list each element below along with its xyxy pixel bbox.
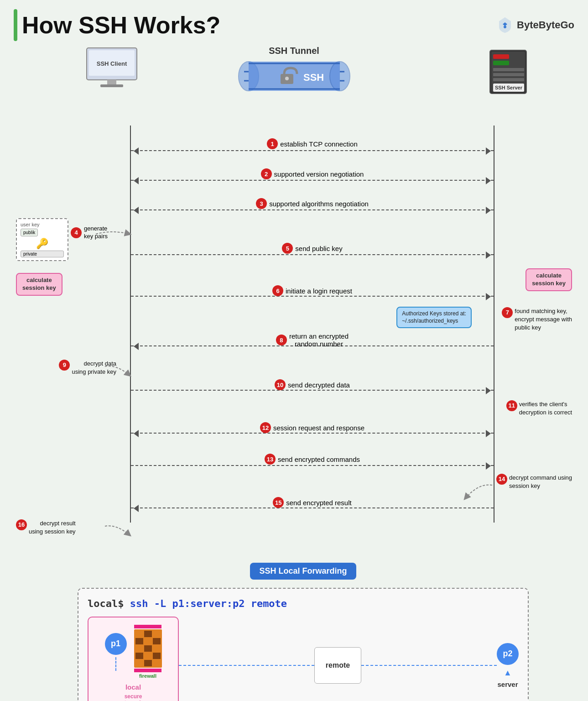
firewall-grid — [134, 629, 162, 668]
label-11: 11 verifies the client'sdecryption is co… — [506, 400, 572, 417]
session-key-right: calculatesession key — [526, 268, 572, 291]
step-7-8: 7 found matching key,encrypt message wit… — [14, 305, 574, 357]
badge-1: 1 — [267, 138, 278, 149]
svg-rect-4 — [107, 80, 116, 84]
tunnel-svg: SSH — [235, 58, 354, 94]
badge-5: 5 — [282, 243, 293, 254]
text-8: return an encryptedrandom number — [289, 332, 349, 348]
badge-4: 4 — [71, 227, 82, 238]
step-2: 2 supported version negotiation — [14, 157, 574, 186]
badge-8: 8 — [276, 335, 287, 345]
label-1: 1 establish TCP connection — [131, 138, 494, 149]
svg-point-16 — [285, 77, 289, 80]
label-13: 13 send encrypted commands — [131, 454, 494, 465]
arrow-9-curved — [103, 362, 132, 380]
badge-2: 2 — [261, 168, 272, 179]
server-svg: SSH Server — [488, 48, 529, 98]
step-3: 3 supported algorithms negotiation — [14, 186, 574, 216]
text-3: supported algorithms negotiation — [269, 200, 369, 208]
computer-icon: SSH Client — [84, 46, 139, 89]
step-9-10: 9 decrypt datausing private key 10 send … — [14, 357, 574, 398]
text-12: session request and response — [273, 424, 364, 432]
p1-circle: p1 — [105, 633, 127, 655]
pink-bar-top — [134, 625, 161, 628]
badge-14: 14 — [496, 474, 507, 485]
arrow-2 — [131, 180, 494, 181]
pink-bar-bottom — [134, 669, 161, 672]
step-13: 13 send encrypted commands — [14, 442, 574, 471]
svg-text:SSH Server: SSH Server — [495, 85, 523, 90]
arrow-5 — [131, 254, 494, 255]
session-key-left: calculatesession key — [16, 273, 62, 296]
svg-point-0 — [504, 26, 506, 28]
green-accent-bar — [14, 9, 17, 41]
server-icon-area: SSH Server — [488, 48, 529, 98]
badge-10: 10 — [275, 379, 286, 390]
up-arrow: ▲ — [504, 669, 512, 677]
firewall-visual: firewall — [134, 625, 162, 679]
p1-dashed-line — [115, 657, 116, 671]
badge-12: 12 — [260, 422, 271, 433]
step-16: 16 decrypt resultusing session key — [14, 517, 574, 549]
text-7: found matching key,encrypt message withp… — [515, 307, 572, 332]
svg-rect-21 — [493, 61, 509, 65]
secure-tunnel-label: securetunnel — [125, 693, 142, 701]
label-12: 12 session request and response — [131, 422, 494, 433]
step-6: calculatesession key calculatesession ke… — [14, 266, 574, 305]
svg-text:SSH Client: SSH Client — [97, 60, 127, 67]
arrow-16-curved — [103, 522, 132, 540]
text-6: initiate a login request — [286, 287, 352, 295]
label-14: 14 decrypt command usingsession key — [496, 474, 572, 490]
arrow-3 — [131, 209, 494, 210]
authorized-keys: Authorized Keys stored at:~/.ssh/authori… — [396, 307, 472, 328]
remote-label: remote — [326, 661, 350, 669]
line-to-remote — [179, 665, 314, 666]
session-key-right-box: calculatesession key — [526, 268, 572, 291]
step-14-15: 14 decrypt command usingsession key 15 s… — [14, 471, 574, 517]
top-diagram: SSH Client SSH Tunnel — [14, 46, 574, 126]
badge-11: 11 — [506, 400, 517, 411]
publik-label: publik — [21, 229, 38, 236]
keypairs-box: user key publik 🔑 private — [16, 218, 68, 261]
text-5: send public key — [295, 245, 342, 252]
local-label: local — [125, 683, 141, 691]
remote-box: remote — [314, 647, 361, 684]
logo-area: ByteByteGo — [497, 17, 574, 33]
firewall-label: firewall — [134, 673, 162, 679]
text-10: send decrypted data — [288, 381, 350, 389]
page: How SSH Works? ByteByteGo SSH Client — [0, 0, 588, 701]
client-icon-area: SSH Client — [84, 46, 139, 89]
text-2: supported version negotiation — [274, 170, 364, 178]
label-10: 10 send decrypted data — [131, 379, 494, 390]
forwarding-title-area: SSH Local Forwarding — [78, 563, 529, 584]
badge-7: 7 — [502, 307, 513, 318]
badge-9: 9 — [59, 360, 70, 371]
label-5: 5 send public key — [131, 243, 494, 254]
local-section: p1 — [88, 617, 179, 701]
header: How SSH Works? ByteByteGo — [14, 9, 574, 41]
key-icon: 🔑 — [21, 238, 64, 250]
server-label-fw: server — [497, 680, 518, 688]
p1-label: p1 — [111, 639, 120, 649]
svg-text:SSH: SSH — [303, 72, 324, 83]
sequence-diagram: 1 establish TCP connection 2 supported v… — [14, 126, 574, 558]
p1-area: p1 — [105, 633, 127, 671]
local-inner: p1 — [105, 625, 162, 679]
label-2: 2 supported version negotiation — [131, 168, 494, 179]
title-area: How SSH Works? — [14, 9, 220, 41]
svg-rect-23 — [493, 73, 524, 76]
bytebygo-logo-icon — [497, 17, 513, 33]
svg-rect-24 — [493, 78, 524, 81]
arrow-1 — [131, 150, 494, 151]
step-11-12: 11 verifies the client'sdecryption is co… — [14, 398, 574, 442]
svg-point-8 — [330, 62, 350, 91]
label-3: 3 supported algorithms negotiation — [131, 198, 494, 209]
forwarding-diagram: p1 — [88, 617, 519, 701]
step-4-5: user key publik 🔑 private 4 generatekey … — [14, 216, 574, 266]
private-label: private — [21, 251, 64, 257]
forwarding-section: SSH Local Forwarding local$ ssh -L p1:se… — [78, 563, 529, 701]
p2-circle: p2 — [497, 643, 519, 665]
cmd-ssh: ssh -L p1:server:p2 remote — [130, 598, 287, 609]
text-16: decrypt resultusing session key — [29, 519, 76, 536]
p2-label: p2 — [503, 649, 513, 659]
